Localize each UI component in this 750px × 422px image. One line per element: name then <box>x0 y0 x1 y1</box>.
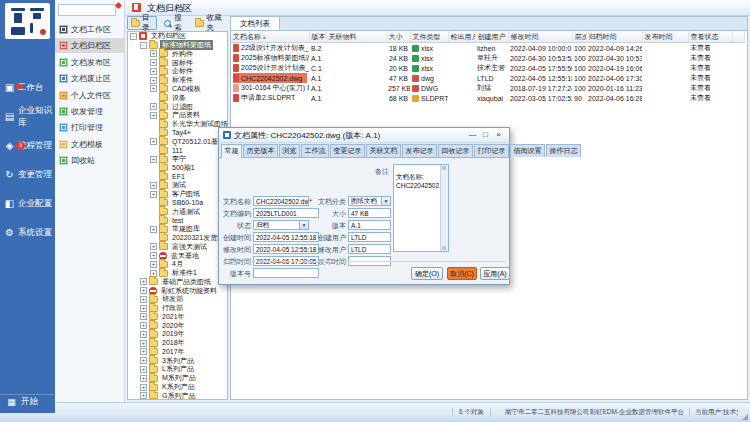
module-item-5[interactable]: 收发管理 <box>55 104 125 119</box>
table-row[interactable]: 22级设计开发计划表_002.xlsxB.218 KBxlsxlizhen202… <box>231 43 744 54</box>
cancel-button[interactable]: 取消(C) <box>447 267 477 280</box>
field-input-版本[interactable]: A.1 <box>348 220 391 230</box>
column-header-ver[interactable]: 版本 <box>309 31 326 43</box>
expander-icon[interactable]: + <box>140 357 147 364</box>
expander-icon[interactable]: + <box>140 366 147 373</box>
table-row[interactable]: 申请单2.SLDPRTA.168 KBSLDPRTxiaqubai2022-03… <box>231 93 744 103</box>
resize-grip[interactable] <box>742 414 748 420</box>
tree-node[interactable]: +G系列产品 <box>128 391 227 400</box>
module-item-8[interactable]: 回收站 <box>55 153 125 168</box>
field-input-创建时间[interactable]: 2022-04-05 12:55:18 <box>253 232 319 242</box>
field-input-版本号[interactable] <box>253 268 319 278</box>
expander-icon[interactable]: + <box>140 278 147 285</box>
expander-icon[interactable]: + <box>150 261 157 268</box>
expander-icon[interactable]: + <box>150 77 157 84</box>
expander-icon[interactable]: + <box>140 384 147 391</box>
field-input-创建用户[interactable]: LTLD <box>348 232 391 242</box>
dialog-tab-浏览[interactable]: 浏览 <box>279 144 300 157</box>
module-search-input[interactable] <box>58 4 116 16</box>
field-input-文档编码[interactable]: 2025LTLD001 <box>253 208 319 218</box>
dialog-tab-发布记录[interactable]: 发布记录 <box>402 144 437 157</box>
sidebar-item-4[interactable]: ◧企业配置 <box>0 192 55 216</box>
expander-icon[interactable]: + <box>140 348 147 355</box>
column-header-name[interactable]: 文档名称 ▴ <box>231 31 309 43</box>
table-row[interactable]: 2025设计开发计划表_000001...C.120 KBxlsx技术主管202… <box>231 63 744 73</box>
column-header-level[interactable]: 层次 <box>572 31 586 43</box>
column-header-_f[interactable] <box>732 31 744 43</box>
close-icon[interactable]: × <box>492 129 505 141</box>
dialog-tab-关联文档[interactable]: 关联文档 <box>366 144 401 157</box>
dialog-tab-工作流[interactable]: 工作流 <box>301 144 329 157</box>
module-item-4[interactable]: 个人文件区 <box>55 88 125 103</box>
expander-icon[interactable]: + <box>150 68 157 75</box>
expander-icon[interactable]: + <box>140 322 147 329</box>
field-input-文档名称[interactable]: CHC22042502.dwg▼ <box>253 196 309 206</box>
column-header-checkout[interactable]: 检出用户 <box>448 31 475 43</box>
module-item-2[interactable]: 文档发布区 <box>55 55 125 70</box>
remark-textarea[interactable]: 文档名称: CHC22042502.dwg <box>393 164 449 252</box>
explorer-button-1[interactable]: 搜索 <box>159 16 189 30</box>
expander-icon[interactable]: + <box>140 331 147 338</box>
table-row[interactable]: 301-0164 中心(泵刀) DWGA.1257 KBDWG刘猛2018-07… <box>231 83 744 93</box>
expander-icon[interactable]: + <box>140 375 147 382</box>
expander-icon[interactable]: + <box>150 226 157 233</box>
pin-icon[interactable] <box>115 2 122 9</box>
expander-icon[interactable]: + <box>150 156 157 163</box>
expander-icon[interactable]: + <box>150 252 157 259</box>
expander-icon[interactable]: + <box>150 182 157 189</box>
expander-icon[interactable]: + <box>140 392 147 399</box>
dropdown-arrow-icon[interactable]: ▼ <box>381 197 390 205</box>
expander-icon[interactable]: + <box>140 340 147 347</box>
column-header-mtime[interactable]: 修改时间 <box>508 31 572 43</box>
document-name-cell[interactable]: 301-0164 中心(泵刀) DWG <box>233 83 307 93</box>
document-name-cell[interactable]: 2025标准物料架图纸设计开... <box>233 53 307 63</box>
expander-icon[interactable]: + <box>150 112 157 119</box>
tree-node[interactable]: 长光华大测试图纸 <box>128 120 227 129</box>
column-header-creator[interactable]: 创建用户 <box>475 31 508 43</box>
field-input-状态[interactable]: 归档▼ <box>253 220 309 230</box>
module-item-6[interactable]: 打印管理 <box>55 120 125 135</box>
tree-node[interactable]: 500期1 <box>128 163 227 172</box>
document-name-cell[interactable]: CHC22042502.dwg <box>233 73 307 83</box>
dialog-tab-回收记录[interactable]: 回收记录 <box>438 144 473 157</box>
column-header-ptime[interactable]: 发布时间 <box>642 31 688 43</box>
tab-document-list[interactable]: 文档列表 <box>231 17 280 30</box>
start-button[interactable]: ▦ 开始 <box>0 394 55 409</box>
expander-icon[interactable]: - <box>140 42 147 49</box>
dropdown-arrow-icon[interactable]: ▼ <box>299 221 308 229</box>
column-header-status[interactable]: 查看状态 <box>688 31 732 43</box>
expander-icon[interactable]: - <box>130 33 137 40</box>
expander-icon[interactable]: + <box>150 138 157 145</box>
table-row[interactable]: 2025标准物料架图纸设计开...A.124 KBxlsx覃桂升2022-04-… <box>231 53 744 63</box>
expander-icon[interactable]: + <box>150 85 157 92</box>
sidebar-item-2[interactable]: ◈3流程管理 <box>0 134 55 158</box>
expander-icon[interactable]: + <box>150 59 157 66</box>
apply-button[interactable]: 应用(A) <box>480 267 510 280</box>
document-name-cell[interactable]: 22级设计开发计划表_002.xlsx <box>233 43 307 53</box>
dialog-titlebar[interactable]: 文档属性: CHC22042502.dwg (版本: A.1) —□× <box>219 128 509 143</box>
expander-icon[interactable]: + <box>140 296 147 303</box>
table-row[interactable]: CHC22042502.dwgA.147 KBdwgLTLD2022-04-05… <box>231 73 744 83</box>
expander-icon[interactable]: + <box>140 313 147 320</box>
expander-icon[interactable]: + <box>150 243 157 250</box>
column-header-size[interactable]: 大小 <box>386 31 410 43</box>
module-item-1[interactable]: 文档归档区 <box>55 38 125 53</box>
module-item-0[interactable]: 文档工作区 <box>55 22 125 37</box>
sidebar-item-5[interactable]: ⚙系统设置 <box>0 221 55 245</box>
document-name-cell[interactable]: 申请单2.SLDPRT <box>233 93 307 103</box>
sidebar-item-1[interactable]: ▤企业知识库 <box>0 105 55 129</box>
dialog-tab-变更记录[interactable]: 变更记录 <box>330 144 365 157</box>
dialog-tab-常规[interactable]: 常规 <box>221 144 242 158</box>
field-input-修改用户[interactable]: LTLD <box>348 244 391 254</box>
field-input-修改时间[interactable]: 2022-04-05 12:55:18 <box>253 244 319 254</box>
dialog-tab-操作日志[interactable]: 操作日志 <box>546 144 581 157</box>
sidebar-item-0[interactable]: ▣工作台 <box>0 76 55 100</box>
expander-icon[interactable]: + <box>140 287 147 294</box>
dialog-tab-打印记录[interactable]: 打印记录 <box>474 144 509 157</box>
dialog-tab-借阅设置[interactable]: 借阅设置 <box>510 144 545 157</box>
field-input-大小[interactable]: 47 KB <box>348 208 391 218</box>
expander-icon[interactable]: + <box>140 305 147 312</box>
tree-node[interactable]: +客户图纸 <box>128 190 227 199</box>
document-name-cell[interactable]: 2025设计开发计划表_000001... <box>233 63 307 73</box>
module-item-7[interactable]: 文档模板 <box>55 137 125 152</box>
